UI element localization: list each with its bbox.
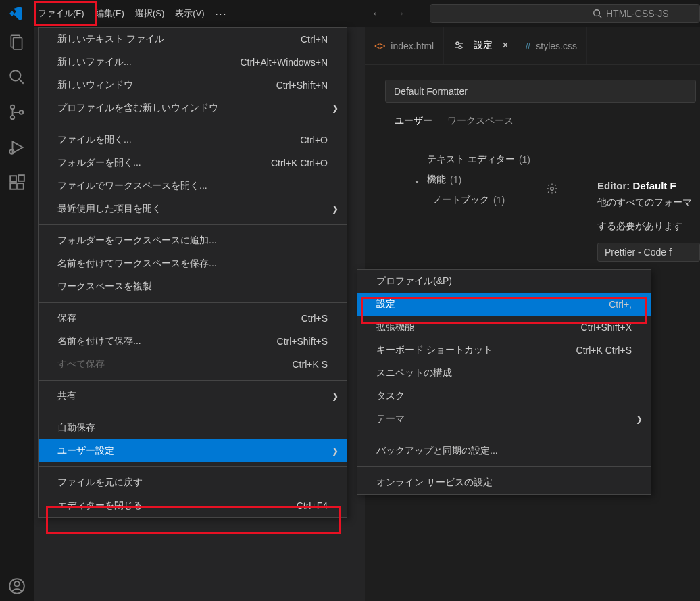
menu-item[interactable]: 名前を付けてワークスペースを保存... — [39, 252, 347, 275]
svg-point-21 — [551, 187, 554, 191]
svg-rect-14 — [18, 175, 24, 181]
chevron-right-icon: ❯ — [332, 446, 339, 456]
chevron-down-icon: ⌄ — [414, 175, 423, 185]
menu-item[interactable]: ファイルでワークスペースを開く... — [39, 174, 347, 197]
vscode-logo-icon — [8, 5, 24, 22]
menu-item[interactable]: 拡張機能Ctrl+Shift+X — [357, 316, 651, 339]
css-file-icon: # — [526, 41, 531, 51]
activity-account-icon[interactable] — [7, 577, 26, 596]
svg-line-1 — [599, 16, 602, 18]
menu-item[interactable]: 名前を付けて保存...Ctrl+Shift+S — [39, 330, 347, 353]
menu-item[interactable]: タスク — [357, 385, 651, 408]
user-settings-submenu: プロファイル(&P)設定Ctrl+,拡張機能Ctrl+Shift+Xキーボード … — [357, 269, 651, 495]
nav-back-icon[interactable]: ← — [372, 7, 382, 20]
menu-item[interactable]: キーボード ショートカットCtrl+K Ctrl+S — [357, 339, 651, 362]
svg-rect-13 — [18, 183, 24, 189]
activity-debug-icon[interactable] — [7, 138, 26, 157]
menu-item[interactable]: フォルダーを開く...Ctrl+K Ctrl+O — [39, 151, 347, 174]
menu-item[interactable]: ユーザー設定❯ — [39, 439, 347, 462]
command-center[interactable]: HTML-CSS-JS — [430, 4, 700, 23]
svg-point-8 — [20, 110, 23, 114]
menu-item[interactable]: 共有❯ — [39, 385, 347, 408]
nav-arrows: ← → — [372, 7, 405, 20]
menubar: ファイル(F) 編集(E) 選択(S) 表示(V) ··· — [32, 0, 232, 27]
menu-view[interactable]: 表示(V) — [170, 0, 209, 27]
titlebar: ファイル(F) 編集(E) 選択(S) 表示(V) ··· ← → HTML-C… — [0, 0, 700, 27]
menu-item[interactable]: エディターを閉じるCtrl+F4 — [39, 494, 347, 517]
menu-select[interactable]: 選択(S) — [130, 0, 170, 27]
activity-bar — [0, 27, 34, 601]
html-file-icon: <> — [374, 41, 385, 51]
menu-item[interactable]: フォルダーをワークスペースに追加... — [39, 229, 347, 252]
menu-item[interactable]: すべて保存Ctrl+K S — [39, 353, 347, 376]
svg-point-7 — [11, 116, 14, 119]
menu-item[interactable]: ファイルを開く...Ctrl+O — [39, 128, 347, 151]
svg-point-0 — [594, 10, 600, 16]
svg-point-10 — [9, 149, 14, 154]
file-dropdown-menu: 新しいテキスト ファイルCtrl+N新しいファイル...Ctrl+Alt+Win… — [38, 27, 347, 518]
chevron-right-icon: ❯ — [332, 204, 339, 214]
chevron-right-icon: ❯ — [332, 391, 339, 401]
menu-item[interactable]: オンライン サービスの設定 — [357, 471, 651, 494]
nav-forward-icon[interactable]: → — [395, 7, 405, 20]
menu-edit[interactable]: 編集(E) — [90, 0, 130, 27]
settings-search-input[interactable] — [385, 80, 696, 103]
svg-point-6 — [11, 105, 14, 109]
svg-rect-11 — [10, 176, 16, 182]
chevron-right-icon: ❯ — [332, 103, 339, 113]
editor-tabs: <> index.html 設定 × # styles.css — [365, 27, 700, 65]
menu-item[interactable]: 新しいファイル...Ctrl+Alt+Windows+N — [39, 51, 347, 74]
setting-editor-default-formatter: Editor: Default F 他のすべてのフォーマ する必要があります P… — [566, 162, 700, 275]
menu-item[interactable]: ワークスペースを複製 — [39, 275, 347, 298]
activity-explorer-icon[interactable] — [7, 32, 26, 51]
menu-item[interactable]: プロファイル(&P) — [357, 270, 651, 293]
svg-point-4 — [10, 70, 20, 80]
menu-item[interactable]: 自動保存 — [39, 416, 347, 439]
activity-source-control-icon[interactable] — [7, 103, 26, 122]
svg-point-20 — [459, 46, 461, 49]
svg-rect-3 — [14, 38, 22, 49]
menu-item[interactable]: バックアップと同期の設定... — [357, 439, 651, 462]
scope-workspace-tab[interactable]: ワークスペース — [447, 115, 514, 133]
default-formatter-select[interactable]: Prettier - Code f — [597, 243, 700, 262]
tab-index-html[interactable]: <> index.html — [365, 27, 444, 64]
menu-item[interactable]: スニペットの構成 — [357, 362, 651, 385]
scope-user-tab[interactable]: ユーザー — [395, 115, 432, 133]
menu-item[interactable]: 最近使用した項目を開く❯ — [39, 197, 347, 220]
svg-point-18 — [456, 42, 459, 45]
svg-line-5 — [19, 79, 24, 84]
menu-item[interactable]: テーマ❯ — [357, 408, 651, 431]
search-icon — [593, 9, 602, 18]
menu-item[interactable]: ファイルを元に戻す — [39, 471, 347, 494]
menu-item[interactable]: 設定Ctrl+, — [357, 293, 651, 316]
menu-item[interactable]: 新しいウィンドウCtrl+Shift+N — [39, 74, 347, 97]
svg-point-16 — [14, 581, 20, 587]
tab-settings[interactable]: 設定 × — [444, 27, 516, 64]
activity-extensions-icon[interactable] — [7, 173, 26, 192]
menu-more[interactable]: ··· — [210, 0, 233, 27]
activity-search-icon[interactable] — [7, 68, 26, 87]
svg-rect-12 — [10, 183, 16, 189]
settings-sliders-icon — [453, 40, 464, 51]
menu-file[interactable]: ファイル(F) — [32, 0, 90, 27]
chevron-right-icon: ❯ — [636, 414, 643, 424]
menu-item[interactable]: 新しいテキスト ファイルCtrl+N — [39, 28, 347, 51]
tab-styles-css[interactable]: # styles.css — [516, 27, 587, 64]
settings-scope-tabs: ユーザー ワークスペース — [395, 115, 700, 133]
menu-item[interactable]: 保存Ctrl+S — [39, 307, 347, 330]
gear-icon[interactable] — [546, 183, 558, 195]
menu-item[interactable]: プロファイルを含む新しいウィンドウ❯ — [39, 97, 347, 120]
close-icon[interactable]: × — [502, 39, 508, 51]
command-center-text: HTML-CSS-JS — [606, 8, 669, 19]
